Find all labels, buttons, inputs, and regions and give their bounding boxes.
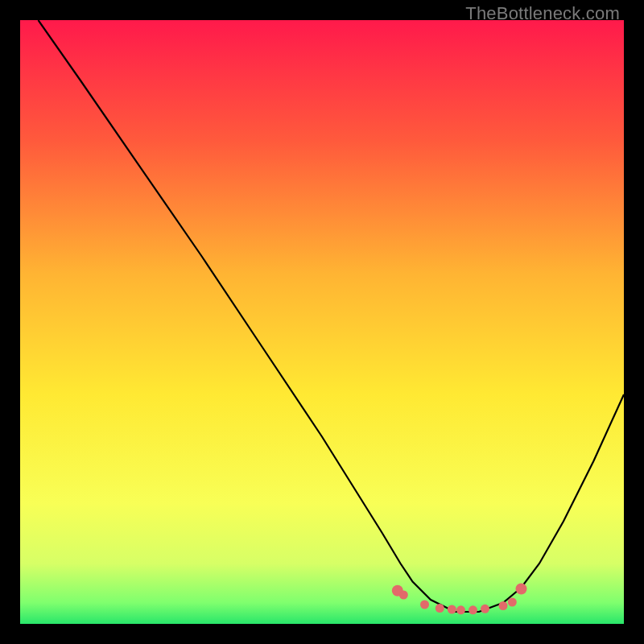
optimum-marker xyxy=(481,605,489,613)
optimum-marker xyxy=(499,601,508,610)
optimum-marker xyxy=(508,598,517,607)
optimum-marker xyxy=(456,605,465,614)
optimum-marker xyxy=(420,601,429,609)
chart-frame xyxy=(20,20,624,624)
optimum-marker xyxy=(436,604,444,613)
optimum-marker xyxy=(469,605,477,614)
optimum-marker xyxy=(448,605,456,614)
watermark-text: TheBottleneck.com xyxy=(465,3,620,24)
chart-background xyxy=(20,20,624,624)
optimum-marker xyxy=(399,591,408,600)
chart-svg xyxy=(20,20,624,624)
optimum-marker xyxy=(516,584,527,595)
